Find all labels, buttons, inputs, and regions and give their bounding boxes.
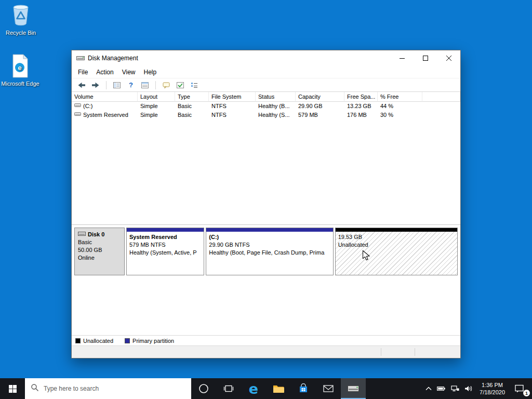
action-center-button[interactable]: 1 bbox=[509, 378, 530, 399]
column-header-layout[interactable]: Layout bbox=[138, 92, 175, 102]
legend-unallocated: Unallocated bbox=[75, 338, 113, 344]
taskbar-search[interactable] bbox=[25, 378, 191, 399]
disk-type: Basic bbox=[78, 238, 121, 246]
column-header-status[interactable]: Status bbox=[256, 92, 296, 102]
battery-tray-button[interactable] bbox=[434, 378, 448, 399]
cortana-button[interactable] bbox=[191, 378, 216, 399]
minimize-button[interactable] bbox=[390, 50, 414, 66]
windows-logo-icon bbox=[9, 385, 17, 393]
help-button[interactable]: ? bbox=[125, 79, 137, 91]
primary-partition-color-strip bbox=[127, 228, 204, 232]
search-input[interactable] bbox=[44, 385, 185, 392]
window-controls bbox=[390, 50, 460, 66]
statusbar-separator bbox=[415, 348, 415, 356]
partition-size: 579 MB NTFS bbox=[129, 241, 201, 249]
column-header-type[interactable]: Type bbox=[175, 92, 209, 102]
close-icon bbox=[446, 56, 451, 61]
graphical-view: Disk 0 Basic 50.00 GB Online System Rese… bbox=[72, 225, 460, 335]
desktop-icon-recycle-bin[interactable]: Recycle Bin bbox=[1, 3, 41, 36]
volume-row-system-reserved[interactable]: System Reserved Simple Basic NTFS Health… bbox=[72, 111, 460, 119]
taskbar-edge-button[interactable]: e bbox=[241, 378, 266, 399]
maximize-button[interactable] bbox=[414, 50, 437, 66]
export-list-button[interactable] bbox=[139, 79, 151, 91]
cell-layout: Simple bbox=[138, 102, 175, 111]
menu-help[interactable]: Help bbox=[140, 66, 161, 78]
task-view-button[interactable] bbox=[216, 378, 241, 399]
disk-management-taskbar-button[interactable] bbox=[341, 378, 366, 399]
start-button[interactable] bbox=[0, 378, 25, 399]
mail-button[interactable] bbox=[316, 378, 341, 399]
show-console-tree-button[interactable] bbox=[111, 79, 123, 91]
system-tray: 1:36 PM 7/18/2020 1 bbox=[423, 378, 532, 399]
column-header-volume[interactable]: Volume bbox=[72, 92, 138, 102]
cell-percentfree: 30 % bbox=[378, 111, 422, 119]
check-dialog-button[interactable] bbox=[175, 79, 186, 91]
partition-system-reserved[interactable]: System Reserved 579 MB NTFS Healthy (Sys… bbox=[126, 228, 204, 275]
partition-unallocated[interactable]: 19.53 GB Unallocated bbox=[335, 228, 458, 275]
column-header-freespace[interactable]: Free Spa... bbox=[344, 92, 378, 102]
desktop: Recycle Bin e Microsoft Edge Disk Manage… bbox=[0, 0, 532, 399]
cell-layout: Simple bbox=[138, 111, 175, 119]
cell-filesystem: NTFS bbox=[209, 111, 256, 119]
disk-icon bbox=[78, 230, 86, 238]
store-icon bbox=[298, 383, 309, 394]
column-header-filler bbox=[422, 92, 460, 102]
column-header-percentfree[interactable]: % Free bbox=[378, 92, 422, 102]
partition-name: (C:) bbox=[209, 233, 330, 241]
fields-button[interactable] bbox=[189, 79, 200, 91]
menu-file[interactable]: File bbox=[74, 66, 92, 78]
title-bar[interactable]: Disk Management bbox=[72, 50, 460, 66]
volume-name: System Reserved bbox=[83, 111, 128, 119]
disk0-info-panel[interactable]: Disk 0 Basic 50.00 GB Online bbox=[74, 228, 125, 275]
forward-button[interactable] bbox=[90, 79, 101, 91]
file-explorer-button[interactable] bbox=[266, 378, 291, 399]
taskbar: e 1:36 PM 7/18/202 bbox=[0, 378, 532, 399]
menu-view[interactable]: View bbox=[118, 66, 140, 78]
maximize-icon bbox=[423, 56, 428, 61]
cortana-icon bbox=[198, 383, 209, 394]
export-list-icon bbox=[141, 81, 149, 89]
partition-info: 19.53 GB Unallocated bbox=[336, 232, 457, 275]
volume-name: (C:) bbox=[83, 102, 92, 111]
partition-size: 19.53 GB bbox=[338, 233, 455, 241]
minimize-icon bbox=[400, 56, 405, 61]
clock-date: 7/18/2020 bbox=[480, 389, 505, 396]
cell-type: Basic bbox=[175, 111, 209, 119]
volume-row-c[interactable]: (C:) Simple Basic NTFS Healthy (B... 29.… bbox=[72, 102, 460, 111]
console-tree-icon bbox=[113, 81, 121, 89]
unallocated-color-strip bbox=[336, 228, 457, 232]
back-icon bbox=[77, 81, 86, 89]
check-dialog-icon bbox=[176, 81, 184, 89]
disk0-row: Disk 0 Basic 50.00 GB Online System Rese… bbox=[74, 228, 458, 275]
cell-capacity: 579 MB bbox=[296, 111, 344, 119]
partition-size: 29.90 GB NTFS bbox=[209, 241, 330, 249]
cell-status: Healthy (B... bbox=[256, 102, 296, 111]
microsoft-store-button[interactable] bbox=[291, 378, 316, 399]
disk-management-app-icon bbox=[76, 54, 85, 62]
menu-bar: File Action View Help bbox=[72, 66, 460, 78]
cell-filler bbox=[422, 111, 460, 119]
desktop-icon-microsoft-edge[interactable]: e Microsoft Edge bbox=[0, 54, 41, 87]
back-button[interactable] bbox=[76, 79, 87, 91]
toolbar: ? bbox=[72, 78, 460, 92]
refresh-button[interactable] bbox=[161, 79, 172, 91]
unallocated-swatch-icon bbox=[75, 338, 81, 343]
column-header-capacity[interactable]: Capacity bbox=[296, 92, 344, 102]
partition-c[interactable]: (C:) 29.90 GB NTFS Healthy (Boot, Page F… bbox=[206, 228, 333, 275]
close-button[interactable] bbox=[437, 50, 460, 66]
column-header-filesystem[interactable]: File System bbox=[209, 92, 256, 102]
tray-chevron-button[interactable] bbox=[423, 378, 434, 399]
toolbar-separator bbox=[155, 81, 156, 89]
clock-time: 1:36 PM bbox=[480, 381, 505, 389]
menu-action[interactable]: Action bbox=[92, 66, 117, 78]
cell-percentfree: 44 % bbox=[378, 102, 422, 111]
disk-size: 50.00 GB bbox=[78, 246, 121, 254]
volume-tray-button[interactable] bbox=[462, 378, 475, 399]
file-explorer-icon bbox=[273, 384, 284, 393]
window-title: Disk Management bbox=[88, 55, 138, 62]
network-tray-button[interactable] bbox=[448, 378, 462, 399]
taskbar-clock[interactable]: 1:36 PM 7/18/2020 bbox=[475, 381, 509, 396]
volume-list-header: Volume Layout Type File System Status Ca… bbox=[72, 92, 460, 102]
partition-status: Unallocated bbox=[338, 241, 455, 249]
legend-label: Unallocated bbox=[83, 338, 113, 344]
